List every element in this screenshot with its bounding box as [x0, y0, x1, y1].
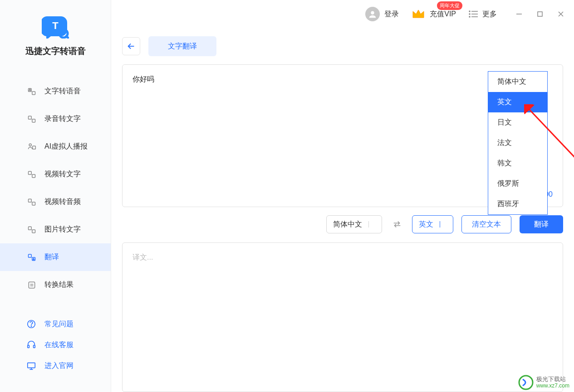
output-placeholder: 译文...	[132, 253, 553, 262]
sidebar-nav: A 文字转语音 录音转文字 AI虚拟人播报 视频转文字 视频转音频 图片转	[0, 77, 111, 309]
svg-rect-7	[32, 119, 35, 122]
vta-icon	[27, 198, 36, 207]
titlebar: 登录 充值VIP 周年大促 更多	[111, 0, 574, 28]
sidebar-item-label: 文字转语音	[44, 87, 81, 96]
dropdown-option-ru[interactable]: 俄罗斯	[488, 174, 547, 194]
target-lang-label: 英文	[419, 220, 433, 229]
sidebar-item-avatar[interactable]: AI虚拟人播报	[0, 133, 111, 160]
chevron-up-icon	[440, 221, 446, 227]
vip-label: 充值VIP	[430, 10, 456, 19]
svg-rect-19	[29, 282, 34, 288]
vip-button[interactable]: 充值VIP 周年大促	[412, 8, 456, 20]
dropdown-option-fr[interactable]: 法文	[488, 133, 547, 153]
login-label: 登录	[384, 10, 399, 19]
tts-icon: A	[27, 87, 36, 96]
sidebar-item-translate[interactable]: A 翻译	[0, 243, 111, 271]
menu-icon	[469, 10, 478, 18]
results-icon	[27, 281, 36, 290]
swap-icon	[392, 219, 402, 229]
sidebar-item-ocr[interactable]: 图片转文字	[0, 216, 111, 243]
svg-rect-4	[32, 92, 35, 95]
source-lang-label: 简体中文	[333, 220, 362, 229]
svg-rect-24	[28, 345, 29, 348]
svg-rect-11	[32, 174, 35, 178]
user-avatar-icon	[365, 7, 380, 21]
svg-rect-12	[29, 199, 32, 202]
help-links: 常见问题 在线客服 进入官网	[0, 309, 111, 392]
chevron-down-icon	[368, 221, 375, 227]
svg-point-34	[469, 14, 470, 15]
close-button[interactable]	[557, 10, 565, 18]
sidebar-item-label: 视频转文字	[44, 169, 81, 179]
svg-text:A: A	[33, 258, 34, 260]
dropdown-option-ko[interactable]: 韩文	[488, 153, 547, 174]
svg-line-2	[66, 36, 69, 39]
help-link-label: 常见问题	[44, 319, 74, 329]
translate-button[interactable]: 翻译	[520, 215, 563, 233]
maximize-button[interactable]	[536, 10, 544, 18]
stt-icon	[27, 115, 36, 124]
svg-rect-13	[32, 202, 35, 205]
svg-point-35	[469, 16, 470, 17]
target-lang-select[interactable]: 英文	[412, 215, 453, 233]
svg-rect-15	[32, 230, 35, 233]
ocr-icon	[27, 225, 36, 234]
app-title: 迅捷文字转语音	[25, 45, 86, 57]
headset-icon	[26, 340, 36, 350]
tabbar: 文字翻译	[111, 28, 574, 64]
arrow-left-icon	[126, 41, 136, 51]
minimize-button[interactable]	[515, 10, 523, 18]
svg-rect-37	[538, 12, 542, 16]
dropdown-option-en[interactable]: 英文	[488, 92, 547, 112]
login-button[interactable]: 登录	[365, 7, 399, 21]
target-text-box: 译文...	[122, 242, 563, 392]
help-link-website[interactable]: 进入官网	[0, 355, 111, 376]
monitor-icon	[26, 361, 36, 371]
question-icon	[26, 319, 36, 329]
more-button[interactable]: 更多	[469, 10, 497, 19]
sidebar: T 迅捷文字转语音 A 文字转语音 录音转文字 AI虚拟人播报 视频转文字	[0, 0, 111, 392]
dropdown-option-zh[interactable]: 简体中文	[488, 72, 547, 92]
svg-point-33	[469, 11, 470, 12]
sidebar-item-label: 转换结果	[44, 280, 74, 290]
dropdown-option-es[interactable]: 西班牙	[488, 194, 547, 214]
svg-rect-16	[29, 254, 32, 257]
logo-area: T 迅捷文字转语音	[0, 14, 111, 57]
sidebar-item-results[interactable]: 转换结果	[0, 271, 111, 299]
main: 登录 充值VIP 周年大促 更多 文字翻译	[111, 0, 574, 392]
sidebar-item-label: 翻译	[44, 252, 59, 262]
svg-text:T: T	[52, 20, 59, 31]
app-logo-icon: T	[42, 14, 69, 39]
source-lang-select[interactable]: 简体中文	[326, 215, 382, 233]
sidebar-item-vtt[interactable]: 视频转文字	[0, 160, 111, 188]
dropdown-option-ja[interactable]: 日文	[488, 112, 547, 133]
sidebar-item-label: 视频转音频	[44, 197, 81, 207]
svg-point-23	[31, 326, 31, 326]
more-label: 更多	[482, 10, 497, 19]
sidebar-item-label: AI虚拟人播报	[44, 142, 88, 151]
promo-badge: 周年大促	[437, 1, 462, 10]
sidebar-item-stt[interactable]: 录音转文字	[0, 105, 111, 133]
language-dropdown: 简体中文 英文 日文 法文 韩文 俄罗斯 西班牙	[488, 71, 548, 215]
help-link-support[interactable]: 在线客服	[0, 334, 111, 355]
help-link-label: 进入官网	[44, 361, 74, 371]
svg-text:A: A	[29, 88, 31, 91]
clear-button[interactable]: 清空文本	[461, 215, 511, 233]
svg-point-29	[371, 11, 374, 15]
sidebar-item-vta[interactable]: 视频转音频	[0, 188, 111, 216]
back-button[interactable]	[122, 37, 140, 55]
translate-icon: A	[27, 253, 36, 262]
help-link-faq[interactable]: 常见问题	[0, 314, 111, 334]
svg-rect-9	[33, 146, 36, 149]
svg-rect-26	[28, 363, 35, 368]
svg-point-8	[29, 144, 31, 146]
avatar-icon	[27, 142, 36, 151]
sidebar-item-tts[interactable]: A 文字转语音	[0, 77, 111, 105]
sidebar-item-label: 录音转文字	[44, 114, 81, 124]
tab-text-translate[interactable]: 文字翻译	[148, 36, 216, 56]
crown-icon	[412, 8, 425, 20]
window-controls	[515, 10, 565, 18]
swap-languages-button[interactable]	[390, 218, 404, 231]
svg-rect-25	[34, 345, 35, 348]
svg-rect-6	[29, 116, 32, 119]
